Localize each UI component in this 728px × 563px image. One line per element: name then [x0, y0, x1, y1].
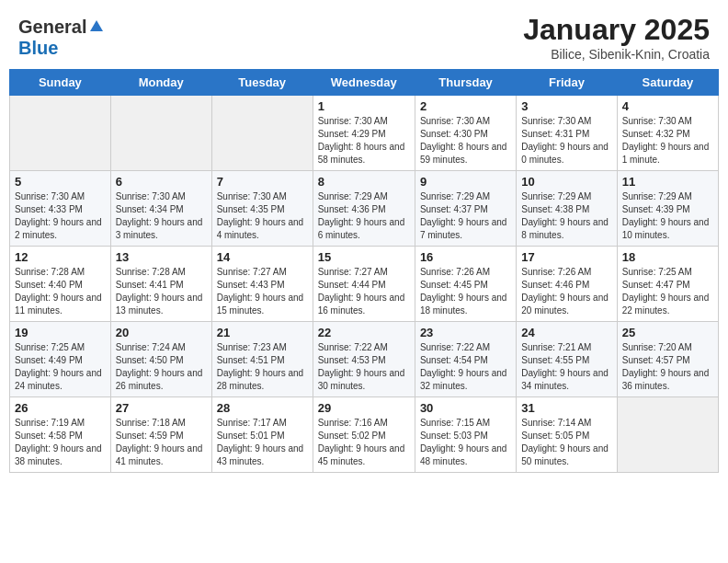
calendar-cell: 21Sunrise: 7:23 AM Sunset: 4:51 PM Dayli…	[211, 322, 313, 397]
day-info: Sunrise: 7:22 AM Sunset: 4:53 PM Dayligh…	[318, 341, 410, 393]
calendar-cell: 18Sunrise: 7:25 AM Sunset: 4:47 PM Dayli…	[617, 247, 718, 322]
calendar-cell: 27Sunrise: 7:18 AM Sunset: 4:59 PM Dayli…	[110, 397, 211, 473]
calendar-cell: 17Sunrise: 7:26 AM Sunset: 4:46 PM Dayli…	[517, 247, 617, 322]
calendar-cell: 1Sunrise: 7:30 AM Sunset: 4:29 PM Daylig…	[313, 96, 415, 171]
day-number: 14	[217, 250, 308, 264]
day-info: Sunrise: 7:21 AM Sunset: 4:55 PM Dayligh…	[521, 341, 611, 393]
day-number: 19	[15, 326, 106, 339]
calendar-table: SundayMondayTuesdayWednesdayThursdayFrid…	[9, 69, 719, 473]
day-info: Sunrise: 7:29 AM Sunset: 4:37 PM Dayligh…	[420, 190, 511, 242]
weekday-header: Friday	[517, 70, 617, 96]
weekday-header-row: SundayMondayTuesdayWednesdayThursdayFrid…	[10, 70, 719, 96]
calendar-cell: 8Sunrise: 7:29 AM Sunset: 4:36 PM Daylig…	[313, 171, 415, 247]
calendar-cell: 24Sunrise: 7:21 AM Sunset: 4:55 PM Dayli…	[517, 322, 617, 397]
day-number: 28	[217, 401, 308, 415]
calendar-cell: 29Sunrise: 7:16 AM Sunset: 5:02 PM Dayli…	[313, 397, 415, 473]
calendar-cell: 15Sunrise: 7:27 AM Sunset: 4:44 PM Dayli…	[313, 247, 415, 322]
day-info: Sunrise: 7:24 AM Sunset: 4:50 PM Dayligh…	[116, 341, 207, 393]
day-info: Sunrise: 7:30 AM Sunset: 4:32 PM Dayligh…	[622, 115, 713, 167]
calendar-cell: 20Sunrise: 7:24 AM Sunset: 4:50 PM Dayli…	[110, 322, 211, 397]
day-info: Sunrise: 7:30 AM Sunset: 4:31 PM Dayligh…	[521, 115, 611, 167]
day-info: Sunrise: 7:28 AM Sunset: 4:41 PM Dayligh…	[116, 266, 207, 317]
day-number: 30	[420, 401, 511, 415]
day-info: Sunrise: 7:16 AM Sunset: 5:02 PM Dayligh…	[318, 417, 410, 468]
day-number: 7	[217, 175, 308, 189]
day-number: 27	[116, 401, 207, 415]
day-info: Sunrise: 7:30 AM Sunset: 4:34 PM Dayligh…	[116, 190, 207, 242]
calendar-week-row: 19Sunrise: 7:25 AM Sunset: 4:49 PM Dayli…	[10, 322, 719, 397]
day-number: 3	[521, 99, 611, 113]
day-info: Sunrise: 7:27 AM Sunset: 4:43 PM Dayligh…	[217, 266, 308, 317]
day-info: Sunrise: 7:22 AM Sunset: 4:54 PM Dayligh…	[420, 341, 511, 393]
calendar-cell	[10, 96, 111, 171]
day-number: 29	[318, 401, 410, 415]
calendar-cell: 4Sunrise: 7:30 AM Sunset: 4:32 PM Daylig…	[617, 96, 718, 171]
calendar-title: January 2025	[523, 13, 710, 47]
calendar-cell: 30Sunrise: 7:15 AM Sunset: 5:03 PM Dayli…	[415, 397, 516, 473]
day-number: 17	[521, 250, 611, 264]
calendar-cell	[617, 397, 718, 473]
day-info: Sunrise: 7:28 AM Sunset: 4:40 PM Dayligh…	[15, 266, 106, 317]
calendar-cell: 5Sunrise: 7:30 AM Sunset: 4:33 PM Daylig…	[10, 171, 111, 247]
day-info: Sunrise: 7:25 AM Sunset: 4:47 PM Dayligh…	[622, 266, 713, 317]
calendar-cell: 7Sunrise: 7:30 AM Sunset: 4:35 PM Daylig…	[211, 171, 313, 247]
day-number: 18	[622, 250, 713, 264]
calendar-cell: 16Sunrise: 7:26 AM Sunset: 4:45 PM Dayli…	[415, 247, 516, 322]
day-number: 11	[622, 175, 713, 189]
day-info: Sunrise: 7:23 AM Sunset: 4:51 PM Dayligh…	[217, 341, 308, 393]
calendar-cell: 14Sunrise: 7:27 AM Sunset: 4:43 PM Dayli…	[211, 247, 313, 322]
day-number: 26	[15, 401, 106, 415]
calendar-cell: 10Sunrise: 7:29 AM Sunset: 4:38 PM Dayli…	[517, 171, 617, 247]
weekday-header: Wednesday	[313, 70, 415, 96]
logo-icon	[88, 18, 105, 35]
day-info: Sunrise: 7:30 AM Sunset: 4:30 PM Dayligh…	[420, 115, 511, 167]
day-number: 12	[15, 250, 106, 264]
calendar-subtitle: Bilice, Sibenik-Knin, Croatia	[523, 47, 710, 62]
calendar-cell: 12Sunrise: 7:28 AM Sunset: 4:40 PM Dayli…	[10, 247, 111, 322]
day-number: 6	[116, 175, 207, 189]
weekday-header: Tuesday	[211, 70, 313, 96]
calendar-week-row: 12Sunrise: 7:28 AM Sunset: 4:40 PM Dayli…	[10, 247, 719, 322]
day-info: Sunrise: 7:30 AM Sunset: 4:29 PM Dayligh…	[318, 115, 410, 167]
calendar-cell: 25Sunrise: 7:20 AM Sunset: 4:57 PM Dayli…	[617, 322, 718, 397]
day-number: 8	[318, 175, 410, 189]
calendar-cell: 19Sunrise: 7:25 AM Sunset: 4:49 PM Dayli…	[10, 322, 111, 397]
day-info: Sunrise: 7:30 AM Sunset: 4:33 PM Dayligh…	[15, 190, 106, 242]
svg-marker-0	[90, 20, 103, 31]
calendar-cell: 23Sunrise: 7:22 AM Sunset: 4:54 PM Dayli…	[415, 322, 516, 397]
calendar-cell: 3Sunrise: 7:30 AM Sunset: 4:31 PM Daylig…	[517, 96, 617, 171]
day-number: 16	[420, 250, 511, 264]
logo: General Blue	[18, 17, 105, 59]
day-info: Sunrise: 7:14 AM Sunset: 5:05 PM Dayligh…	[521, 417, 611, 468]
day-number: 1	[318, 99, 410, 113]
day-number: 24	[521, 326, 611, 339]
day-number: 9	[420, 175, 511, 189]
day-number: 10	[521, 175, 611, 189]
day-number: 15	[318, 250, 410, 264]
calendar-cell: 2Sunrise: 7:30 AM Sunset: 4:30 PM Daylig…	[415, 96, 516, 171]
day-info: Sunrise: 7:30 AM Sunset: 4:35 PM Dayligh…	[217, 190, 308, 242]
calendar-week-row: 5Sunrise: 7:30 AM Sunset: 4:33 PM Daylig…	[10, 171, 719, 247]
day-info: Sunrise: 7:29 AM Sunset: 4:38 PM Dayligh…	[521, 190, 611, 242]
logo-general-text: General	[18, 17, 86, 38]
calendar-week-row: 1Sunrise: 7:30 AM Sunset: 4:29 PM Daylig…	[10, 96, 719, 171]
day-number: 20	[116, 326, 207, 339]
day-info: Sunrise: 7:19 AM Sunset: 4:58 PM Dayligh…	[15, 417, 106, 468]
calendar-cell	[211, 96, 313, 171]
day-info: Sunrise: 7:17 AM Sunset: 5:01 PM Dayligh…	[217, 417, 308, 468]
weekday-header: Thursday	[415, 70, 516, 96]
calendar-cell: 9Sunrise: 7:29 AM Sunset: 4:37 PM Daylig…	[415, 171, 516, 247]
weekday-header: Sunday	[10, 70, 111, 96]
day-info: Sunrise: 7:15 AM Sunset: 5:03 PM Dayligh…	[420, 417, 511, 468]
day-info: Sunrise: 7:18 AM Sunset: 4:59 PM Dayligh…	[116, 417, 207, 468]
calendar-cell: 26Sunrise: 7:19 AM Sunset: 4:58 PM Dayli…	[10, 397, 111, 473]
day-number: 22	[318, 326, 410, 339]
day-info: Sunrise: 7:29 AM Sunset: 4:39 PM Dayligh…	[622, 190, 713, 242]
logo-blue-text: Blue	[18, 38, 58, 59]
day-info: Sunrise: 7:20 AM Sunset: 4:57 PM Dayligh…	[622, 341, 713, 393]
day-info: Sunrise: 7:29 AM Sunset: 4:36 PM Dayligh…	[318, 190, 410, 242]
calendar-cell: 6Sunrise: 7:30 AM Sunset: 4:34 PM Daylig…	[110, 171, 211, 247]
day-number: 2	[420, 99, 511, 113]
calendar-cell: 28Sunrise: 7:17 AM Sunset: 5:01 PM Dayli…	[211, 397, 313, 473]
calendar-cell: 13Sunrise: 7:28 AM Sunset: 4:41 PM Dayli…	[110, 247, 211, 322]
